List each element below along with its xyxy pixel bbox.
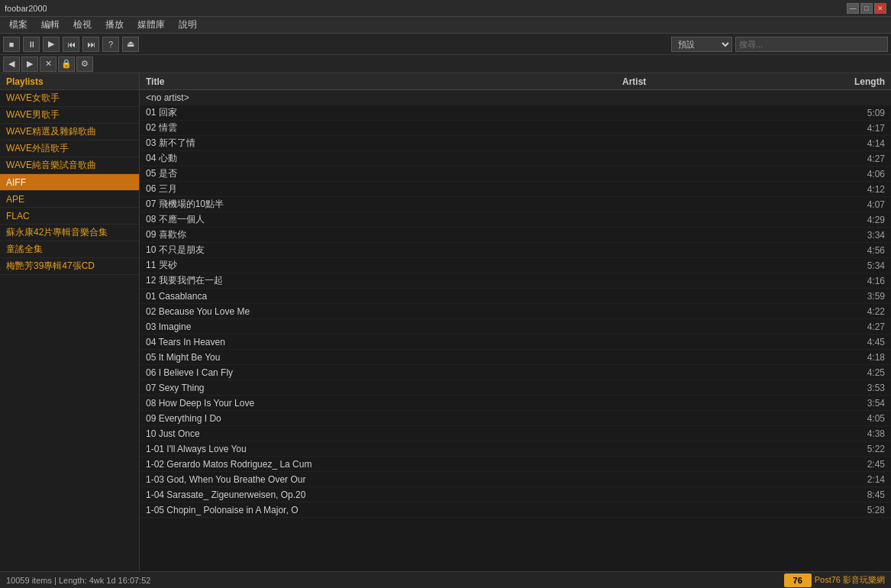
table-row[interactable]: 03 Imagine4:27 (140, 319, 891, 334)
playlist-item-su-yongkang[interactable]: 蘇永康42片專輯音樂合集 (0, 225, 139, 241)
menu-help[interactable]: 說明 (173, 17, 203, 33)
track-title: <no artist> (140, 92, 616, 103)
table-row[interactable]: 1-04 Sarasate_ Zigeunerweisen, Op.208:45 (140, 487, 891, 502)
track-length: 3:59 (845, 291, 891, 302)
track-title: 1-04 Sarasate_ Zigeunerweisen, Op.20 (140, 489, 616, 500)
table-row[interactable]: 1-01 I'll Always Love You5:22 (140, 441, 891, 457)
track-length: 4:17 (845, 123, 891, 134)
table-row[interactable]: 01 回家5:09 (140, 105, 891, 121)
col-artist-header[interactable]: Artist (616, 76, 845, 87)
track-length: 5:09 (845, 108, 891, 118)
table-row[interactable]: 06 I Believe I Can Fly4:25 (140, 365, 891, 380)
track-title: 02 情雲 (140, 121, 616, 134)
app-title: foobar2000 (5, 4, 847, 13)
table-row[interactable]: 01 Casablanca3:59 (140, 289, 891, 304)
track-length: 2:14 (845, 474, 891, 485)
track-length: 4:29 (845, 215, 891, 225)
tb2-btn2[interactable]: ▶ (21, 57, 38, 72)
table-row[interactable]: 04 心動4:27 (140, 151, 891, 166)
col-length-header[interactable]: Length (845, 76, 891, 87)
track-length: 4:27 (845, 153, 891, 164)
table-row[interactable]: 09 Everything I Do4:05 (140, 411, 891, 426)
track-length: 4:18 (845, 352, 891, 363)
track-title: 04 Tears In Heaven (140, 337, 616, 347)
menu-edit[interactable]: 編輯 (35, 17, 66, 33)
tb2-btn4[interactable]: 🔒 (58, 57, 75, 72)
track-title: 05 是否 (140, 167, 616, 180)
track-title: 09 Everything I Do (140, 413, 616, 424)
menu-view[interactable]: 檢視 (67, 17, 98, 33)
track-title: 1-05 Chopin_ Polonaise in A Major, O (140, 505, 616, 515)
playlist-item-wave-pure[interactable]: WAVE純音樂試音歌曲 (0, 157, 139, 174)
playlist-item-wave-male[interactable]: WAVE男歌手 (0, 107, 139, 124)
table-row[interactable]: 04 Tears In Heaven4:45 (140, 334, 891, 350)
track-length: 5:28 (845, 505, 891, 515)
track-title: 06 I Believe I Can Fly (140, 367, 616, 378)
table-row[interactable]: 08 How Deep Is Your Love3:54 (140, 396, 891, 411)
track-length: 3:34 (845, 230, 891, 241)
table-row[interactable]: 05 是否4:06 (140, 166, 891, 182)
pause-button[interactable]: ⏸ (23, 37, 40, 52)
col-title-header[interactable]: Title (140, 76, 616, 87)
close-button[interactable]: ✕ (874, 3, 886, 14)
search-input[interactable] (735, 37, 888, 52)
table-row[interactable]: 03 新不了情4:14 (140, 136, 891, 151)
menu-file[interactable]: 檔案 (3, 17, 34, 33)
tb2-btn1[interactable]: ◀ (3, 57, 20, 72)
track-title: 06 三月 (140, 183, 616, 195)
menubar: 檔案 編輯 檢視 播放 媒體庫 說明 (0, 17, 891, 34)
track-title: 11 哭砂 (140, 259, 616, 272)
table-row[interactable]: 08 不應一個人4:29 (140, 212, 891, 228)
toolbar: ■ ⏸ ▶ ⏮ ⏭ ? ⏏ 預設 (0, 34, 891, 55)
track-title: 01 回家 (140, 106, 616, 119)
menu-play[interactable]: 播放 (99, 17, 130, 33)
table-row[interactable]: 1-05 Chopin_ Polonaise in A Major, O5:28 (140, 502, 891, 518)
track-title: 1-03 God, When You Breathe Over Our (140, 474, 616, 485)
playlist-item-mei-yanfang[interactable]: 梅艷芳39專輯47張CD (0, 258, 139, 275)
maximize-button[interactable]: □ (860, 3, 873, 14)
track-title: 03 新不了情 (140, 137, 616, 150)
playlist-item-flac[interactable]: FLAC (0, 208, 139, 225)
table-row[interactable]: 06 三月4:12 (140, 182, 891, 197)
table-row[interactable]: 07 Sexy Thing3:53 (140, 380, 891, 396)
main-area: Playlists WAVE女歌手 WAVE男歌手 WAVE精選及雜錦歌曲 WA… (0, 73, 891, 571)
playlist-item-aiff[interactable]: AIFF (0, 174, 139, 191)
tb2-btn5[interactable]: ⚙ (76, 57, 93, 72)
tracklist-header: Title Artist Length (140, 73, 891, 90)
playlist-item-wave-female[interactable]: WAVE女歌手 (0, 90, 139, 107)
play-button[interactable]: ▶ (43, 37, 60, 52)
table-row[interactable]: 02 Because You Love Me4:22 (140, 304, 891, 319)
minimize-button[interactable]: — (847, 3, 859, 14)
table-row[interactable]: 09 喜歡你3:34 (140, 228, 891, 243)
post76-badge: 76 (784, 573, 812, 587)
track-length: 4:07 (845, 199, 891, 210)
table-row[interactable]: 10 Just Once4:38 (140, 426, 891, 441)
playlist-item-wave-foreign[interactable]: WAVE外語歌手 (0, 141, 139, 157)
next-button[interactable]: ⏭ (82, 37, 99, 52)
preset-select[interactable]: 預設 (671, 37, 732, 52)
playlist-item-nursery[interactable]: 童謠全集 (0, 241, 139, 258)
track-length: 5:34 (845, 260, 891, 271)
table-row[interactable]: 10 不只是朋友4:56 (140, 243, 891, 258)
table-row[interactable]: 1-03 God, When You Breathe Over Our2:14 (140, 472, 891, 487)
table-row[interactable]: 12 我要我們在一起4:16 (140, 273, 891, 289)
track-title: 1-02 Gerardo Matos Rodriguez_ La Cum (140, 459, 616, 470)
playlist-item-ape[interactable]: APE (0, 191, 139, 208)
track-title: 05 It Might Be You (140, 352, 616, 363)
table-row[interactable]: 11 哭砂5:34 (140, 258, 891, 273)
post76-logo: 76 Post76 影音玩樂網 (784, 573, 885, 587)
stop-button[interactable]: ■ (3, 37, 20, 52)
playlist-item-wave-mixed[interactable]: WAVE精選及雜錦歌曲 (0, 124, 139, 141)
sidebar-header: Playlists (0, 73, 139, 90)
table-row[interactable]: 05 It Might Be You4:18 (140, 350, 891, 365)
track-length: 4:45 (845, 337, 891, 347)
random-button[interactable]: ? (102, 37, 119, 52)
table-row[interactable]: 07 飛機場的10點半4:07 (140, 197, 891, 212)
tb2-btn3[interactable]: ✕ (40, 57, 56, 72)
menu-library[interactable]: 媒體庫 (131, 17, 171, 33)
table-row[interactable]: 02 情雲4:17 (140, 121, 891, 136)
eject-button[interactable]: ⏏ (122, 37, 139, 52)
table-row[interactable]: <no artist> (140, 90, 891, 105)
prev-button[interactable]: ⏮ (63, 37, 79, 52)
table-row[interactable]: 1-02 Gerardo Matos Rodriguez_ La Cum2:45 (140, 457, 891, 472)
